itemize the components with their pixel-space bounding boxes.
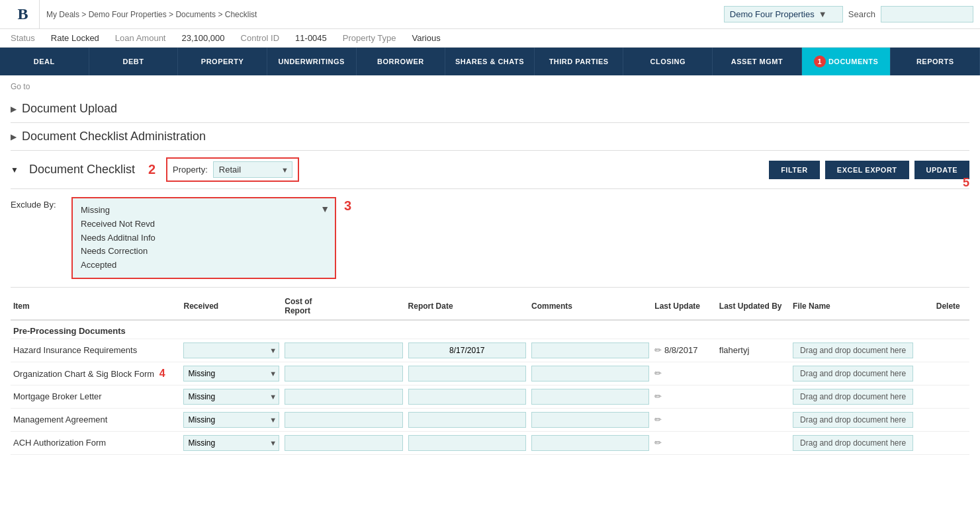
date-cell[interactable] xyxy=(406,431,529,454)
drag-drop-button[interactable]: Drag and drop document here xyxy=(793,435,913,451)
chevron-down-icon: ▼ xyxy=(320,204,330,214)
exclude-option-accepted[interactable]: Accepted xyxy=(81,259,327,272)
control-id-value: 11-0045 xyxy=(295,33,327,43)
nav-item-asset-mgmt[interactable]: ASSET MGMT xyxy=(713,48,802,75)
exclude-option-missing[interactable]: Missing xyxy=(81,204,327,218)
comments-cell[interactable] xyxy=(529,362,652,385)
nav-item-debt[interactable]: DEBT xyxy=(89,48,179,75)
received-dropdown[interactable]: Missing Received Not Revd Needs Additnal… xyxy=(183,435,279,451)
col-header-comments: Comments xyxy=(529,293,652,320)
property-type-label: Property Type xyxy=(343,33,396,43)
received-cell[interactable]: Missing Received Not Revd Needs Additnal… xyxy=(181,431,282,454)
exclude-option-needs-correction[interactable]: Needs Correction xyxy=(81,245,327,259)
drag-drop-button[interactable]: Drag and drop document here xyxy=(793,342,913,358)
doc-checklist-admin-section[interactable]: ▶ Document Checklist Administration xyxy=(11,123,969,151)
date-input[interactable] xyxy=(408,412,526,428)
drag-drop-button[interactable]: Drag and drop document here xyxy=(793,412,913,428)
nav-item-property[interactable]: PROPERTY xyxy=(178,48,267,75)
cost-input[interactable] xyxy=(285,389,402,405)
date-input[interactable] xyxy=(408,389,526,405)
filename-cell[interactable]: Drag and drop document here xyxy=(790,362,934,385)
date-input[interactable] xyxy=(408,366,526,382)
filename-cell[interactable]: Drag and drop document here xyxy=(790,339,934,362)
edit-icon[interactable]: ✏ xyxy=(654,368,662,378)
doc-checklist-badge: 2 xyxy=(148,162,156,177)
property-dropdown[interactable]: Retail Office Industrial Mixed Use xyxy=(213,161,292,178)
comments-input[interactable] xyxy=(531,412,649,428)
document-upload-section[interactable]: ▶ Document Upload xyxy=(11,95,969,123)
table-row: ACH Authorization Form Missing Received … xyxy=(11,431,969,454)
col-header-received: Received xyxy=(181,293,282,320)
edit-icon[interactable]: ✏ xyxy=(654,415,662,424)
search-input[interactable] xyxy=(881,6,973,22)
deal-dropdown[interactable]: Demo Four Properties ▼ xyxy=(724,6,843,22)
documents-badge: 1 xyxy=(814,56,826,67)
cost-cell[interactable] xyxy=(282,385,405,408)
filter-button[interactable]: FILTER xyxy=(769,161,820,179)
last-update-cell: ✏ xyxy=(652,385,717,408)
top-bar: B My Deals > Demo Four Properties > Docu… xyxy=(0,0,980,29)
received-cell[interactable]: Missing Received Not Revd Needs Additnal… xyxy=(181,362,282,385)
received-cell[interactable]: Missing Received Not Revd Needs Additnal… xyxy=(181,385,282,408)
date-input[interactable] xyxy=(408,342,526,358)
nav-item-third-parties[interactable]: THIRD PARTIES xyxy=(535,48,624,75)
col-header-filename: File Name xyxy=(790,293,934,320)
comments-input[interactable] xyxy=(531,342,649,358)
received-dropdown[interactable]: Missing Received Not Revd Needs Additnal… xyxy=(183,389,279,405)
filename-cell[interactable]: Drag and drop document here xyxy=(790,408,934,431)
exclude-dropdown[interactable]: Missing Received Not Revd Needs Additnal… xyxy=(71,197,336,279)
date-cell[interactable] xyxy=(406,339,529,362)
date-cell[interactable] xyxy=(406,408,529,431)
doc-checklist-section: ▼ Document Checklist 2 Property: Retail … xyxy=(11,151,969,455)
received-dropdown[interactable]: Missing Received Not Revd Needs Additnal… xyxy=(183,366,279,382)
date-cell[interactable] xyxy=(406,362,529,385)
filename-cell[interactable]: Drag and drop document here xyxy=(790,431,934,454)
edit-icon[interactable]: ✏ xyxy=(654,438,662,448)
cost-input[interactable] xyxy=(285,412,402,428)
edit-icon[interactable]: ✏ xyxy=(654,345,662,355)
cost-cell[interactable] xyxy=(282,408,405,431)
row-badge: 4 xyxy=(159,368,165,379)
excel-export-button[interactable]: EXCEL EXPORT xyxy=(825,161,909,179)
cost-cell[interactable] xyxy=(282,339,405,362)
cost-input[interactable] xyxy=(285,366,402,382)
received-cell[interactable]: Missing Received Not Revd Needs Additnal… xyxy=(181,408,282,431)
exclude-option-received-not-revd[interactable]: Received Not Revd xyxy=(81,218,327,231)
nav-item-shares-chats[interactable]: SHARES & CHATS xyxy=(445,48,535,75)
cost-cell[interactable] xyxy=(282,431,405,454)
cost-input[interactable] xyxy=(285,435,402,451)
nav-item-reports[interactable]: REPORTS xyxy=(891,48,980,75)
breadcrumb: My Deals > Demo Four Properties > Docume… xyxy=(46,10,724,19)
update-button[interactable]: UPDATE xyxy=(914,161,969,179)
comments-input[interactable] xyxy=(531,389,649,405)
received-cell[interactable]: ▼ xyxy=(181,339,282,362)
edit-icon[interactable]: ✏ xyxy=(654,391,662,401)
received-dropdown[interactable]: Missing Received Not Revd Needs Additnal… xyxy=(183,412,279,428)
exclude-option-needs-additional-info[interactable]: Needs Additnal Info xyxy=(81,231,327,245)
nav-item-closing[interactable]: CLOSING xyxy=(623,48,713,75)
nav-item-underwritings[interactable]: UNDERWRITINGS xyxy=(267,48,357,75)
status-value: Rate Locked xyxy=(51,33,99,43)
comments-cell[interactable] xyxy=(529,408,652,431)
drag-drop-button[interactable]: Drag and drop document here xyxy=(793,366,913,382)
date-cell[interactable] xyxy=(406,385,529,408)
table-row: Hazard Insurance Requirements ▼ xyxy=(11,339,969,362)
nav-item-documents[interactable]: 1 DOCUMENTS xyxy=(802,48,891,75)
comments-input[interactable] xyxy=(531,435,649,451)
nav-item-borrower[interactable]: BORROWER xyxy=(357,48,446,75)
cost-cell[interactable] xyxy=(282,362,405,385)
cost-input[interactable] xyxy=(285,342,402,358)
filename-cell[interactable]: Drag and drop document here xyxy=(790,385,934,408)
section-title-pre-processing: Pre-Processing Documents xyxy=(11,320,969,339)
drag-drop-button[interactable]: Drag and drop document here xyxy=(793,389,913,405)
nav-item-deal[interactable]: DEAL xyxy=(0,48,89,75)
comments-cell[interactable] xyxy=(529,385,652,408)
date-input[interactable] xyxy=(408,435,526,451)
status-bar: Status Rate Locked Loan Amount 23,100,00… xyxy=(0,29,980,48)
col-header-cost: Cost ofReport xyxy=(282,293,405,320)
received-dropdown[interactable] xyxy=(183,342,279,358)
doc-checklist-title: Document Checklist xyxy=(29,163,135,177)
comments-input[interactable] xyxy=(531,366,649,382)
comments-cell[interactable] xyxy=(529,431,652,454)
comments-cell[interactable] xyxy=(529,339,652,362)
